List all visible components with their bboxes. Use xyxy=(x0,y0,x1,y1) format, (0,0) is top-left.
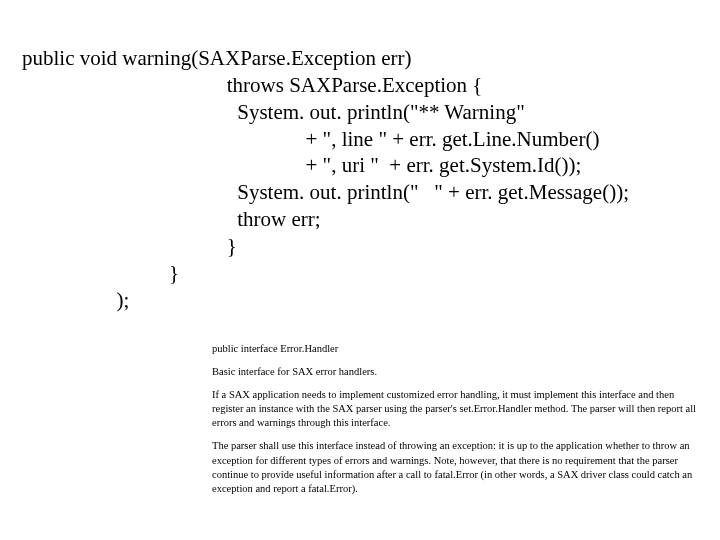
code-line: throws SAXParse.Exception { xyxy=(22,73,482,97)
explain-paragraph: The parser shall use this interface inst… xyxy=(212,439,702,496)
code-line: + ", uri " + err. get.System.Id()); xyxy=(22,153,581,177)
code-line: public void warning(SAXParse.Exception e… xyxy=(22,46,412,70)
code-line: throw err; xyxy=(22,207,321,231)
code-line: + ", line " + err. get.Line.Number() xyxy=(22,127,599,151)
explain-heading: public interface Error.Handler xyxy=(212,342,702,356)
code-line: System. out. println("** Warning" xyxy=(22,100,525,124)
explain-paragraph: If a SAX application needs to implement … xyxy=(212,388,702,431)
code-line: } xyxy=(22,261,179,285)
explanation-block: public interface Error.Handler Basic int… xyxy=(212,342,702,497)
code-line: System. out. println(" " + err. get.Mess… xyxy=(22,180,629,204)
code-block: public void warning(SAXParse.Exception e… xyxy=(22,18,698,314)
code-line: } xyxy=(22,234,237,258)
code-line: ); xyxy=(22,288,129,312)
explain-paragraph: Basic interface for SAX error handlers. xyxy=(212,365,702,379)
